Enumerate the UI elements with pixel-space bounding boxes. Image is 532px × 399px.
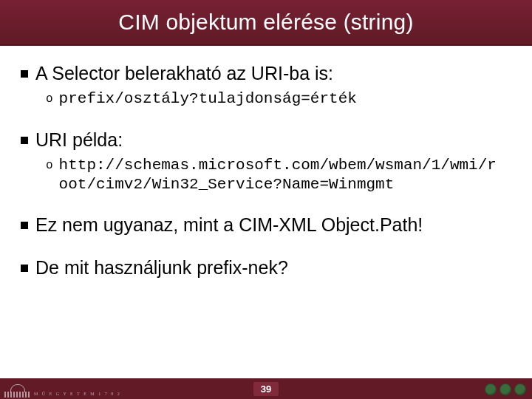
sub-list-item: o prefix/osztály?tulajdonság=érték	[46, 89, 511, 109]
footer-bar: M Ű E G Y E T E M 1 7 8 2 39	[0, 378, 532, 399]
list-item: Ez nem ugyanaz, mint a CIM-XML Object.Pa…	[21, 214, 511, 236]
square-bullet-icon	[21, 222, 28, 229]
sub-list-item: o http://schemas.microsoft.com/wbem/wsma…	[46, 156, 511, 195]
circle-bullet-icon: o	[46, 160, 53, 171]
bullet-text: URI példa:	[35, 129, 123, 151]
seal-icon	[514, 383, 526, 395]
list-item: De mit használjunk prefix-nek?	[21, 256, 511, 279]
square-bullet-icon	[21, 70, 28, 78]
sub-bullet-text: http://schemas.microsoft.com/wbem/wsman/…	[59, 156, 502, 195]
sub-bullet-text: prefix/osztály?tulajdonság=érték	[59, 89, 357, 109]
bullet-text: A Selector belerakható az URI-ba is:	[35, 62, 333, 85]
bullet-text: Ez nem ugyanaz, mint a CIM-XML Object.Pa…	[35, 214, 423, 236]
square-bullet-icon	[21, 137, 28, 144]
square-bullet-icon	[21, 265, 28, 272]
sub-list: o prefix/osztály?tulajdonság=érték	[46, 89, 511, 109]
seal-icon	[499, 383, 511, 395]
bullet-text: De mit használjunk prefix-nek?	[35, 256, 288, 279]
seal-icon	[485, 383, 497, 395]
slide: CIM objektum elérése (string) A Selector…	[0, 0, 532, 399]
footer-left: M Ű E G Y E T E M 1 7 8 2	[4, 381, 121, 398]
title-bar: CIM objektum elérése (string)	[0, 0, 532, 46]
footer-right	[485, 383, 526, 395]
university-logo-icon	[4, 381, 30, 398]
university-name: M Ű E G Y E T E M 1 7 8 2	[34, 392, 121, 398]
list-item: URI példa: o http://schemas.microsoft.co…	[21, 129, 511, 195]
circle-bullet-icon: o	[46, 93, 53, 105]
sub-list: o http://schemas.microsoft.com/wbem/wsma…	[46, 156, 511, 195]
slide-body: A Selector belerakható az URI-ba is: o p…	[0, 46, 532, 399]
list-item: A Selector belerakható az URI-ba is: o p…	[21, 62, 511, 109]
page-number: 39	[253, 382, 279, 396]
slide-title: CIM objektum elérése (string)	[118, 10, 413, 35]
bullet-list: A Selector belerakható az URI-ba is: o p…	[21, 62, 511, 279]
